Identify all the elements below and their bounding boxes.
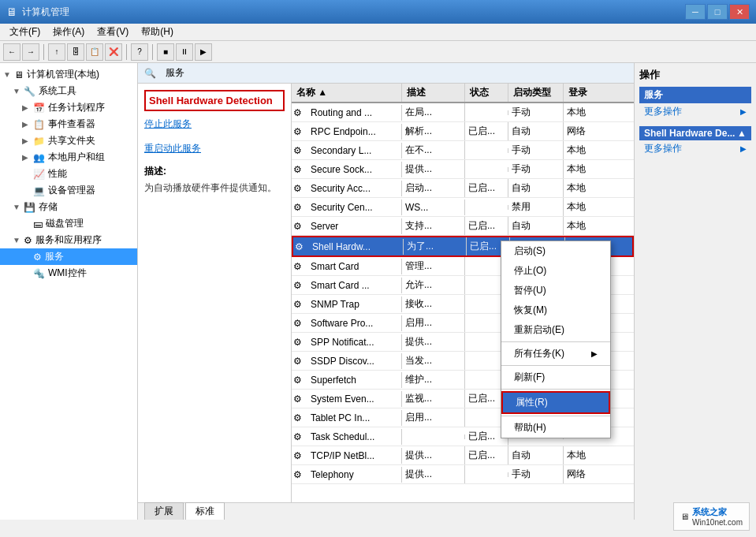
- service-row-desc: 提供...: [402, 160, 465, 178]
- context-menu-item[interactable]: 属性(R): [501, 391, 610, 414]
- tab-standard[interactable]: 标准: [185, 502, 225, 520]
- tree-disk-management[interactable]: 🖴 磁盘管理: [0, 215, 137, 232]
- show-hide-button[interactable]: 🗄: [67, 43, 84, 61]
- context-menu-item[interactable]: 帮助(H): [501, 418, 610, 438]
- table-row[interactable]: ⚙Server支持...已启...自动本地: [292, 217, 634, 236]
- tree-shared-folders[interactable]: ▶ 📁 共享文件夹: [0, 132, 137, 149]
- title-bar-title: 计算机管理: [22, 6, 685, 19]
- up-button[interactable]: ↑: [48, 43, 65, 61]
- right-services-selected: 服务: [639, 87, 751, 103]
- tree-label-diskmgmt: 磁盘管理: [46, 217, 84, 230]
- col-header-name[interactable]: 名称 ▲: [292, 84, 402, 102]
- context-menu-item[interactable]: 所有任务(K)▶: [501, 344, 610, 364]
- tree-icon-root: 🖥: [14, 69, 24, 80]
- services-table-header: 名称 ▲ 描述 状态 启动类型 登录: [292, 84, 634, 103]
- tree-task-scheduler[interactable]: ▶ 📅 任务计划程序: [0, 99, 137, 116]
- restart-service-link[interactable]: 重启动此服务: [144, 143, 201, 154]
- help-button[interactable]: ?: [131, 43, 148, 61]
- tree-local-users[interactable]: ▶ 👥 本地用户和组: [0, 149, 137, 166]
- table-row[interactable]: ⚙TCP/IP NetBl...提供...已启...自动本地: [292, 446, 634, 465]
- service-detail-panel: Shell Hardware Detection 停止此服务 重启动此服务 描述…: [138, 84, 292, 502]
- tree-label-storage: 存储: [39, 200, 58, 214]
- service-row-name: SNMP Trap: [307, 296, 402, 312]
- tree-services[interactable]: ⚙ 服务: [0, 248, 137, 265]
- copy-button[interactable]: 📋: [86, 43, 103, 61]
- menu-action[interactable]: 操作(A): [47, 24, 91, 40]
- maximize-button[interactable]: □: [707, 4, 728, 20]
- delete-button[interactable]: ❌: [105, 43, 122, 61]
- context-menu-separator: [501, 341, 610, 342]
- table-row[interactable]: ⚙Security Acc...启动...已启...自动本地: [292, 179, 634, 198]
- tree-icon-systemtools: 🔧: [24, 86, 35, 97]
- context-menu-item[interactable]: 启动(S): [501, 241, 610, 261]
- tree-wmi[interactable]: 🔩 WMI控件: [0, 265, 137, 282]
- close-button[interactable]: ✕: [729, 4, 750, 20]
- tree-services-apps[interactable]: ▼ ⚙ 服务和应用程序: [0, 232, 137, 248]
- service-row-desc: 在局...: [402, 103, 465, 121]
- menu-help[interactable]: 帮助(H): [135, 24, 180, 40]
- tree-label-devmgr: 设备管理器: [48, 184, 95, 197]
- col-header-login[interactable]: 登录: [564, 84, 611, 102]
- table-row[interactable]: ⚙Secondary L...在不...手动本地: [292, 141, 634, 160]
- table-row[interactable]: ⚙Secure Sock...提供...手动本地: [292, 160, 634, 179]
- table-row[interactable]: ⚙Routing and ...在局...手动本地: [292, 103, 634, 122]
- right-panel: 操作 服务 更多操作 ▶ Shell Hardware De... ▲ 更多操作…: [634, 63, 756, 520]
- table-row[interactable]: ⚙Security Cen...WS...禁用本地: [292, 198, 634, 217]
- watermark-site: Win10net.com: [692, 518, 743, 527]
- service-row-icon: ⚙: [292, 126, 307, 137]
- service-row-name: TCP/IP NetBl...: [307, 448, 402, 464]
- pause-button[interactable]: ⏸: [176, 43, 193, 61]
- tree-expand-perf: [22, 170, 32, 178]
- service-row-status: [465, 148, 508, 153]
- tree-label-perf: 性能: [48, 167, 67, 181]
- tree-expand-root: ▼: [3, 70, 13, 79]
- tree-icon-wmi: 🔩: [33, 268, 45, 279]
- tree-performance[interactable]: 📈 性能: [0, 166, 137, 182]
- context-menu-item[interactable]: 恢复(M): [501, 300, 610, 320]
- tree-expand-eventviewer: ▶: [22, 120, 32, 129]
- stop-service-link[interactable]: 停止此服务: [144, 118, 192, 129]
- col-header-desc[interactable]: 描述: [402, 84, 465, 102]
- menu-view[interactable]: 查看(V): [91, 24, 135, 40]
- watermark: 🖥 系统之家 Win10net.com: [673, 502, 750, 531]
- play-button[interactable]: ▶: [195, 43, 212, 61]
- table-row[interactable]: ⚙Telephony提供...手动网络: [292, 465, 634, 484]
- service-row-desc: 启动...: [402, 179, 465, 197]
- tree-icon-perf: 📈: [33, 169, 45, 180]
- service-row-login: 本地: [564, 179, 611, 197]
- tree-label-wmi: WMI控件: [48, 267, 87, 280]
- tree-expand-taskscheduler: ▶: [22, 103, 32, 112]
- context-menu-item[interactable]: 停止(O): [501, 261, 610, 281]
- tab-extend[interactable]: 扩展: [144, 502, 184, 520]
- tree-device-manager[interactable]: 💻 设备管理器: [0, 182, 137, 199]
- service-row-startup: 手动: [508, 141, 564, 159]
- service-row-name: Secondary L...: [307, 143, 402, 158]
- tree-storage[interactable]: ▼ 💾 存储: [0, 199, 137, 215]
- service-row-startup: 自动: [508, 122, 564, 140]
- context-menu-item[interactable]: 刷新(F): [501, 367, 610, 387]
- tree-system-tools[interactable]: ▼ 🔧 系统工具: [0, 83, 137, 99]
- back-button[interactable]: ←: [3, 43, 20, 61]
- left-panel: ▼ 🖥 计算机管理(本地) ▼ 🔧 系统工具 ▶ 📅 任务计划程序 ▶ 📋 事件…: [0, 63, 138, 520]
- service-row-desc: 解析...: [402, 122, 465, 140]
- tree-root[interactable]: ▼ 🖥 计算机管理(本地): [0, 66, 137, 83]
- service-row-status: 已启...: [465, 179, 508, 197]
- col-header-status[interactable]: 状态: [465, 84, 508, 102]
- right-more-actions-1[interactable]: 更多操作 ▶: [639, 103, 751, 120]
- watermark-logo: 🖥: [680, 512, 689, 521]
- stop-button[interactable]: ■: [157, 43, 174, 61]
- service-row-status: 已启...: [465, 446, 508, 464]
- tree-event-viewer[interactable]: ▶ 📋 事件查看器: [0, 116, 137, 132]
- service-row-desc: 维护...: [402, 371, 465, 389]
- menu-file[interactable]: 文件(F): [3, 24, 47, 40]
- minimize-button[interactable]: ─: [685, 4, 706, 20]
- col-header-startup[interactable]: 启动类型: [508, 84, 564, 102]
- table-row[interactable]: ⚙RPC Endpoin...解析...已启...自动网络: [292, 122, 634, 141]
- service-row-name: Smart Card ...: [307, 278, 402, 293]
- service-row-status: [465, 167, 508, 172]
- right-more-actions-2[interactable]: 更多操作 ▶: [639, 140, 751, 157]
- service-row-status: [465, 472, 508, 477]
- forward-button[interactable]: →: [22, 43, 39, 61]
- context-menu-item[interactable]: 重新启动(E): [501, 320, 610, 340]
- context-menu-item[interactable]: 暂停(U): [501, 281, 610, 300]
